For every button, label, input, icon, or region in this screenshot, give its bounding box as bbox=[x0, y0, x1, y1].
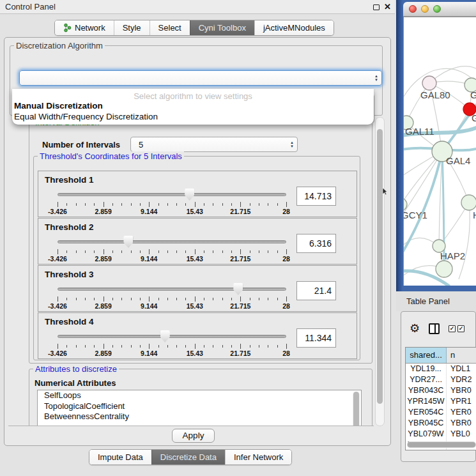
tab-style[interactable]: Style bbox=[114, 20, 150, 35]
settings-scrollbar[interactable] bbox=[375, 117, 385, 426]
table-panel-title: Table Panel bbox=[396, 296, 450, 306]
slider-thumb[interactable] bbox=[123, 236, 133, 248]
slider-track[interactable] bbox=[58, 288, 286, 291]
attribute-list-item[interactable]: TopologicalCoefficient bbox=[38, 401, 361, 412]
table-row[interactable]: YBR045CYBR0 bbox=[406, 418, 476, 429]
control-panel-titlebar: Control Panel ✕ bbox=[0, 0, 395, 14]
column-header-shared[interactable]: shared... bbox=[406, 348, 447, 363]
tab-cyni-toolbox[interactable]: Cyni Toolbox bbox=[190, 20, 254, 35]
slider-ticks bbox=[58, 296, 286, 302]
scrollbar-thumb[interactable] bbox=[377, 129, 383, 404]
table-toolbar: ⚙ ✓ ✓ bbox=[401, 312, 475, 345]
tab-select[interactable]: Select bbox=[150, 20, 190, 35]
table-cell[interactable]: YDL1 bbox=[447, 364, 476, 374]
threshold-slider[interactable]: -3.4262.8599.14415.4321.71528 bbox=[58, 282, 286, 311]
network-edge bbox=[459, 203, 470, 279]
column-header-name[interactable]: n bbox=[447, 348, 476, 363]
algorithm-option-equal-width[interactable]: Equal Width/Frequency Discretization bbox=[14, 112, 158, 121]
threshold-slider[interactable]: -3.4262.8599.14415.4321.71528 bbox=[58, 330, 286, 358]
network-node-label: GCY1 bbox=[404, 210, 427, 220]
mac-minimize-button[interactable] bbox=[421, 5, 429, 13]
threshold-value-field[interactable]: 21.4 bbox=[296, 281, 336, 300]
tab-infer-network[interactable]: Infer Network bbox=[225, 450, 291, 464]
table-cell[interactable]: YBL0 bbox=[447, 429, 476, 440]
slider-ticks bbox=[58, 202, 286, 207]
table-row[interactable]: YER054CYER0 bbox=[406, 407, 476, 418]
number-of-intervals-value: 5 bbox=[131, 140, 287, 150]
float-icon[interactable] bbox=[373, 4, 380, 10]
table-row[interactable]: YDR27...YDR2 bbox=[406, 374, 476, 385]
algorithm-option-manual[interactable]: Manual Discretization bbox=[14, 101, 103, 111]
table-cell[interactable]: YBR045C bbox=[406, 418, 447, 429]
gear-icon[interactable]: ⚙ bbox=[410, 323, 420, 334]
slider-track[interactable] bbox=[58, 240, 286, 243]
table-cell[interactable]: YBR043C bbox=[406, 385, 447, 396]
table-cell[interactable]: YBR0 bbox=[447, 385, 476, 396]
slider-thumb[interactable] bbox=[185, 188, 194, 201]
number-of-intervals-spinner[interactable]: 5 ▲▼ bbox=[130, 137, 298, 152]
threshold-value-field[interactable]: 11.344 bbox=[296, 328, 336, 348]
tab-label: Style bbox=[123, 23, 141, 33]
tab-network[interactable]: Network bbox=[55, 20, 114, 35]
slider-thumb[interactable] bbox=[160, 330, 170, 342]
close-icon[interactable]: ✕ bbox=[384, 4, 391, 10]
table-row[interactable]: YPR145WYPR1 bbox=[406, 396, 476, 407]
slider-track[interactable] bbox=[58, 335, 286, 338]
mac-zoom-button[interactable] bbox=[433, 5, 441, 13]
discretization-algorithm-title: Discretization Algorithm bbox=[14, 41, 105, 50]
threshold-slider[interactable]: -3.4262.8599.14415.4321.71528 bbox=[58, 188, 286, 216]
table-panel-header: Table Panel bbox=[396, 291, 476, 311]
network-view-window: GAL80GAGGAL11GAL4GCY1HHAP2 bbox=[396, 0, 476, 291]
network-window-titlebar bbox=[403, 2, 476, 17]
threshold-value-field[interactable]: 6.316 bbox=[296, 234, 336, 253]
network-canvas[interactable]: GAL80GAGGAL11GAL4GCY1HHAP2 bbox=[403, 17, 476, 286]
panel-title: Control Panel bbox=[0, 2, 56, 12]
checkbox-icon[interactable]: ✓ bbox=[457, 325, 464, 332]
slider-tick-labels: -3.4262.8599.14415.4321.71528 bbox=[58, 302, 286, 310]
tab-discretize-data[interactable]: Discretize Data bbox=[151, 450, 225, 464]
network-icon bbox=[63, 23, 72, 33]
mac-close-button[interactable] bbox=[409, 5, 417, 13]
attributes-list-scrollbar[interactable] bbox=[353, 392, 360, 426]
tab-impute-data[interactable]: Impute Data bbox=[89, 450, 151, 464]
slider-ticks bbox=[58, 249, 286, 254]
table-cell[interactable]: YDL19... bbox=[406, 364, 447, 374]
network-node[interactable] bbox=[436, 261, 452, 277]
hscrollbar-thumb[interactable] bbox=[408, 442, 475, 447]
threshold-label: Threshold 4 bbox=[45, 317, 94, 326]
table-cell[interactable]: YPR145W bbox=[406, 396, 447, 407]
slider-thumb[interactable] bbox=[233, 283, 243, 295]
numerical-attributes-list[interactable]: SelfLoopsTopologicalCoefficientBetweenne… bbox=[37, 390, 362, 426]
thresholds-group-title: Threshold's Coordinates for 5 Intervals bbox=[38, 151, 184, 161]
split-view-icon[interactable] bbox=[429, 323, 440, 334]
tab-label: Infer Network bbox=[234, 452, 283, 462]
tab-jactivemnodules[interactable]: jActiveMNodules bbox=[254, 20, 334, 35]
network-node[interactable] bbox=[422, 76, 436, 90]
slider-tick-labels: -3.4262.8599.14415.4321.71528 bbox=[58, 255, 286, 263]
table-row[interactable]: YDL19...YDL1 bbox=[406, 364, 476, 374]
table-cell[interactable]: YBR0 bbox=[447, 418, 476, 429]
slider-track[interactable] bbox=[58, 193, 286, 196]
attribute-list-item[interactable]: BetweennessCentrality bbox=[38, 411, 361, 422]
network-node[interactable] bbox=[461, 195, 476, 210]
interval-definition-group: Interval Definition Number of Intervals … bbox=[29, 122, 372, 364]
attribute-list-item[interactable]: SelfLoops bbox=[38, 390, 361, 401]
algorithm-combo[interactable]: ▲▼ bbox=[19, 70, 382, 86]
threshold-value-field[interactable]: 14.713 bbox=[296, 187, 336, 206]
threshold-panel-3: Threshold 3-3.4262.8599.14415.4321.71528… bbox=[38, 265, 357, 312]
mouse-cursor bbox=[382, 188, 388, 196]
checkbox-icon[interactable]: ✓ bbox=[449, 325, 456, 332]
apply-button[interactable]: Apply bbox=[172, 429, 215, 443]
table-row[interactable]: YBL079WYBL0 bbox=[406, 429, 476, 440]
table-cell[interactable]: YER0 bbox=[447, 407, 476, 418]
threshold-slider[interactable]: -3.4262.8599.14415.4321.71528 bbox=[58, 235, 286, 263]
table-cell[interactable]: YDR27... bbox=[406, 374, 447, 385]
table-cell[interactable]: YPR1 bbox=[447, 396, 476, 407]
threshold-panel-1: Threshold 1-3.4262.8599.14415.4321.71528… bbox=[38, 171, 357, 217]
table-cell[interactable]: YER054C bbox=[406, 407, 447, 418]
network-node-label: GAL80 bbox=[420, 89, 450, 100]
table-row[interactable]: YBR043CYBR0 bbox=[406, 385, 476, 396]
table-cell[interactable]: YBL079W bbox=[406, 429, 447, 440]
table-cell[interactable]: YDR2 bbox=[447, 374, 476, 385]
table-hscrollbar[interactable] bbox=[407, 441, 476, 448]
